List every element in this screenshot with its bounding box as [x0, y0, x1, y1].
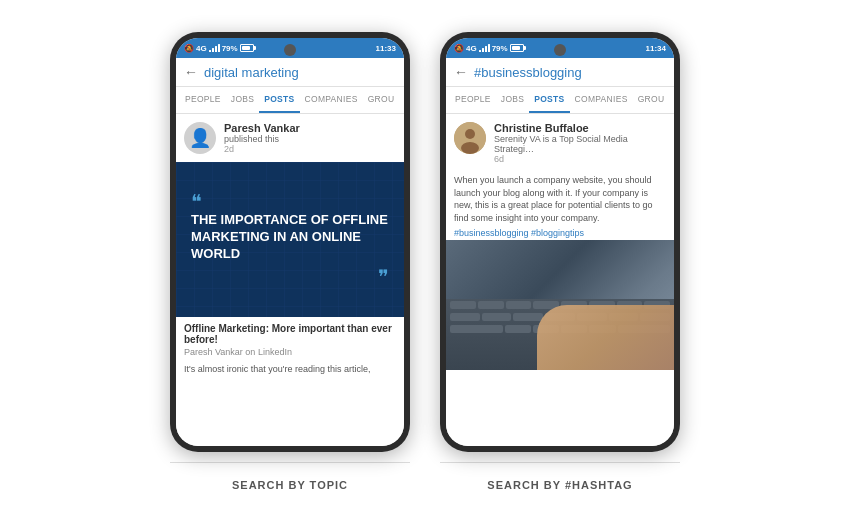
bar2 — [212, 48, 214, 52]
status-icons-right: 🔕 4G 79% — [454, 44, 524, 53]
bar4 — [218, 44, 220, 52]
nav-tabs-right: PEOPLE JOBS POSTS COMPANIES GROU — [446, 87, 674, 114]
battery-icon-left — [240, 44, 254, 52]
signal-text-right: 4G — [466, 44, 477, 53]
quote-text-left: THE IMPORTANCE OF OFFLINE MARKETING IN A… — [191, 212, 389, 263]
phone-right-wrapper: 🔕 4G 79% 11: — [440, 32, 680, 491]
search-query-left: digital marketing — [204, 65, 299, 80]
post-hashtags-right: #businessblogging #bloggingtips — [446, 226, 674, 240]
key — [513, 313, 543, 321]
post-time-left: 2d — [224, 144, 300, 154]
tab-companies-right[interactable]: COMPANIES — [570, 87, 633, 113]
search-header-left: ← digital marketing — [176, 58, 404, 87]
post-area-left: 👤 Paresh Vankar published this 2d ❝ THE … — [176, 114, 404, 446]
post-body-right: When you launch a company website, you s… — [446, 172, 674, 226]
phone-notch-right — [554, 44, 566, 56]
tab-groups-left[interactable]: GROU — [363, 87, 400, 113]
key — [478, 301, 504, 309]
post-action-left: published this — [224, 134, 300, 144]
battery-tip-right — [524, 46, 526, 50]
key — [450, 313, 480, 321]
post-time-right: 6d — [494, 154, 666, 164]
tab-groups-right[interactable]: GROU — [633, 87, 670, 113]
post-image-left: ❝ THE IMPORTANCE OF OFFLINE MARKETING IN… — [176, 162, 404, 317]
tab-posts-left[interactable]: POSTS — [259, 87, 299, 113]
avatar-left: 👤 — [184, 122, 216, 154]
tab-jobs-left[interactable]: JOBS — [226, 87, 259, 113]
tab-jobs-right[interactable]: JOBS — [496, 87, 529, 113]
search-header-right: ← #businessblogging — [446, 58, 674, 87]
back-arrow-right[interactable]: ← — [454, 64, 468, 80]
status-icons-left: 🔕 4G 79% — [184, 44, 254, 53]
key — [450, 301, 476, 309]
phone-left-wrapper: 🔕 4G 79% 11: — [170, 32, 410, 491]
post-subtitle-right: Serenity VA is a Top Social Media Strate… — [494, 134, 666, 154]
phone-notch-left — [284, 44, 296, 56]
bar1 — [209, 50, 211, 52]
mute-icon: 🔕 — [184, 44, 194, 53]
open-quote-left: ❝ — [191, 192, 389, 212]
battery-icon-right — [510, 44, 524, 52]
search-query-right: #businessblogging — [474, 65, 582, 80]
svg-point-2 — [461, 142, 479, 154]
tab-people-right[interactable]: PEOPLE — [450, 87, 496, 113]
key — [505, 325, 531, 333]
battery-tip-left — [254, 46, 256, 50]
battery-pct-left: 79% — [222, 44, 238, 53]
post-image-right — [446, 240, 674, 370]
key — [506, 301, 532, 309]
hands-typing — [537, 305, 674, 370]
laptop-bg — [446, 240, 674, 370]
phone-right: 🔕 4G 79% 11: — [440, 32, 680, 452]
signal-text-left: 4G — [196, 44, 207, 53]
nav-tabs-left: PEOPLE JOBS POSTS COMPANIES GROU — [176, 87, 404, 114]
bar3r — [485, 46, 487, 52]
post-source-left: Paresh Vankar on LinkedIn — [176, 347, 404, 361]
post-header-right: Christine Buffaloe Serenity VA is a Top … — [446, 114, 674, 172]
caption-right: SEARCH BY #HASHTAG — [487, 479, 632, 491]
key — [482, 313, 512, 321]
battery-fill-left — [242, 46, 250, 50]
tab-posts-right[interactable]: POSTS — [529, 87, 569, 113]
battery-pct-right: 79% — [492, 44, 508, 53]
post-header-left: 👤 Paresh Vankar published this 2d — [176, 114, 404, 162]
bar1r — [479, 50, 481, 52]
post-author-left: Paresh Vankar — [224, 122, 300, 134]
phone-left-screen: 🔕 4G 79% 11: — [176, 38, 404, 446]
avatar-image-right — [454, 122, 486, 154]
back-arrow-left[interactable]: ← — [184, 64, 198, 80]
bar3 — [215, 46, 217, 52]
time-right: 11:34 — [646, 44, 666, 53]
divider-left — [170, 462, 410, 463]
post-area-right: Christine Buffaloe Serenity VA is a Top … — [446, 114, 674, 446]
phone-right-screen: 🔕 4G 79% 11: — [446, 38, 674, 446]
caption-left: SEARCH BY TOPIC — [232, 479, 348, 491]
phone-left: 🔕 4G 79% 11: — [170, 32, 410, 452]
divider-right — [440, 462, 680, 463]
post-preview-left: It's almost ironic that you're reading t… — [176, 361, 404, 378]
post-overlay-left: ❝ THE IMPORTANCE OF OFFLINE MARKETING IN… — [176, 162, 404, 317]
post-author-right: Christine Buffaloe — [494, 122, 666, 134]
signal-bars-right — [479, 44, 490, 52]
avatar-person-icon: 👤 — [189, 127, 211, 149]
bar2r — [482, 48, 484, 52]
close-quote-left: ❞ — [191, 267, 389, 287]
main-container: 🔕 4G 79% 11: — [0, 12, 850, 501]
post-title-left: Offline Marketing: More important than e… — [176, 317, 404, 347]
key — [450, 325, 503, 333]
tab-people-left[interactable]: PEOPLE — [180, 87, 226, 113]
battery-fill-right — [512, 46, 520, 50]
post-meta-left: Paresh Vankar published this 2d — [224, 122, 300, 154]
bar4r — [488, 44, 490, 52]
signal-bars-left — [209, 44, 220, 52]
tab-companies-left[interactable]: COMPANIES — [300, 87, 363, 113]
time-left: 11:33 — [376, 44, 396, 53]
avatar-right — [454, 122, 486, 154]
mute-icon-right: 🔕 — [454, 44, 464, 53]
svg-point-1 — [465, 129, 475, 139]
post-meta-right: Christine Buffaloe Serenity VA is a Top … — [494, 122, 666, 164]
